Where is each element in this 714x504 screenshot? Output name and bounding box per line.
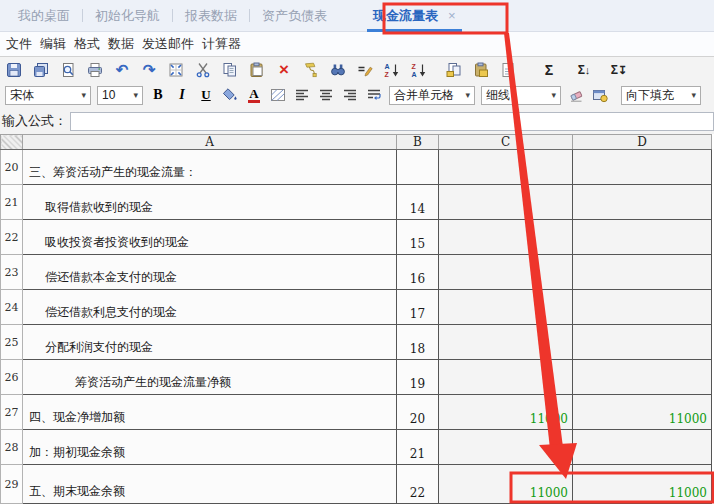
formula-input[interactable]: [70, 112, 714, 131]
row-header-27[interactable]: 27: [1, 395, 23, 430]
redo-icon[interactable]: ↷: [140, 61, 158, 79]
pattern-icon[interactable]: [269, 86, 287, 104]
cell-B22[interactable]: 15: [397, 220, 439, 255]
menu-edit[interactable]: 编辑: [40, 35, 66, 53]
cell-C20[interactable]: [439, 150, 573, 185]
sum-across-icon[interactable]: Σ↧: [610, 61, 628, 79]
cell-A24[interactable]: 偿还借款利息支付的现金: [23, 290, 397, 325]
sort-desc-icon[interactable]: ZA: [410, 61, 428, 79]
paste-icon[interactable]: [248, 61, 266, 79]
notes-icon[interactable]: [499, 61, 517, 79]
find-icon[interactable]: [329, 61, 347, 79]
cell-B23[interactable]: 16: [397, 255, 439, 290]
cell-D22[interactable]: [573, 220, 712, 255]
row-header-23[interactable]: 23: [1, 255, 23, 290]
column-header-B[interactable]: B: [397, 135, 439, 150]
border-style-select[interactable]: 细线 ▾: [481, 86, 561, 105]
align-center-icon[interactable]: [317, 86, 335, 104]
cell-D21[interactable]: [573, 185, 712, 220]
tab-init-navigation[interactable]: 初始化导航: [89, 7, 166, 25]
merge-cells-select[interactable]: 合并单元格 ▾: [389, 86, 475, 105]
column-header-D[interactable]: D: [573, 135, 712, 150]
sort-asc-icon[interactable]: AZ: [383, 61, 401, 79]
cell-B25[interactable]: 18: [397, 325, 439, 360]
cell-D26[interactable]: [573, 360, 712, 395]
row-header-25[interactable]: 25: [1, 325, 23, 360]
formula-edit-icon[interactable]: [356, 61, 374, 79]
cell-A20[interactable]: 三、筹资活动产生的现金流量：: [23, 150, 397, 185]
cell-B24[interactable]: 17: [397, 290, 439, 325]
cell-A21[interactable]: 取得借款收到的现金: [23, 185, 397, 220]
column-header-A[interactable]: A: [23, 135, 397, 150]
row-header-28[interactable]: 28: [1, 430, 23, 465]
cell-A29[interactable]: 五、期末现金余额: [23, 465, 397, 504]
cell-C23[interactable]: [439, 255, 573, 290]
cell-D28[interactable]: [573, 430, 712, 465]
save-all-icon[interactable]: [32, 61, 50, 79]
print-icon[interactable]: [86, 61, 104, 79]
delete-icon[interactable]: ×: [275, 61, 293, 79]
cell-C24[interactable]: [439, 290, 573, 325]
underline-icon[interactable]: U: [197, 86, 215, 104]
fill-direction-select[interactable]: 向下填充 ▾: [621, 86, 701, 105]
menu-send-mail[interactable]: 发送邮件: [142, 35, 194, 53]
row-header-20[interactable]: 20: [1, 150, 23, 185]
row-header-24[interactable]: 24: [1, 290, 23, 325]
paste-special-icon[interactable]: [472, 61, 490, 79]
cell-B27[interactable]: 20: [397, 395, 439, 430]
italic-icon[interactable]: I: [173, 86, 191, 104]
sum-icon[interactable]: Σ: [540, 61, 558, 79]
cell-B28[interactable]: 21: [397, 430, 439, 465]
row-header-22[interactable]: 22: [1, 220, 23, 255]
row-header-21[interactable]: 21: [1, 185, 23, 220]
fill-color-icon[interactable]: [221, 86, 239, 104]
cell-B29[interactable]: 22: [397, 465, 439, 504]
cell-D23[interactable]: [573, 255, 712, 290]
font-family-select[interactable]: 宋体 ▾: [5, 86, 91, 105]
grid-arrows-icon[interactable]: [167, 61, 185, 79]
tab-balance-sheet[interactable]: 资产负债表: [256, 7, 333, 25]
menu-file[interactable]: 文件: [6, 35, 32, 53]
font-size-select[interactable]: 10 ▾: [97, 86, 143, 105]
menu-calculator[interactable]: 计算器: [202, 35, 241, 53]
cell-C25[interactable]: [439, 325, 573, 360]
cut-icon[interactable]: [194, 61, 212, 79]
cell-D25[interactable]: [573, 325, 712, 360]
menu-format[interactable]: 格式: [74, 35, 100, 53]
cell-C26[interactable]: [439, 360, 573, 395]
cell-A25[interactable]: 分配利润支付的现金: [23, 325, 397, 360]
cell-D29[interactable]: 11000: [573, 465, 712, 504]
cell-C29[interactable]: 11000: [439, 465, 573, 504]
save-icon[interactable]: [5, 61, 23, 79]
undo-icon[interactable]: ↶: [113, 61, 131, 79]
row-header-26[interactable]: 26: [1, 360, 23, 395]
cell-properties-icon[interactable]: [591, 86, 609, 104]
align-left-icon[interactable]: [293, 86, 311, 104]
cell-A28[interactable]: 加：期初现金余额: [23, 430, 397, 465]
tab-cash-flow-statement[interactable]: 现金流量表 ×: [367, 0, 462, 32]
cell-C22[interactable]: [439, 220, 573, 255]
cell-B20[interactable]: [397, 150, 439, 185]
bold-icon[interactable]: B: [149, 86, 167, 104]
cell-A22[interactable]: 吸收投资者投资收到的现金: [23, 220, 397, 255]
cell-C21[interactable]: [439, 185, 573, 220]
print-preview-icon[interactable]: [59, 61, 77, 79]
copy-special-icon[interactable]: [445, 61, 463, 79]
cell-A23[interactable]: 偿还借款本金支付的现金: [23, 255, 397, 290]
tab-close-icon[interactable]: ×: [448, 8, 456, 23]
menu-data[interactable]: 数据: [108, 35, 134, 53]
tab-my-desktop[interactable]: 我的桌面: [12, 7, 76, 25]
copy-icon[interactable]: [221, 61, 239, 79]
tab-report-data[interactable]: 报表数据: [179, 7, 243, 25]
wrap-text-icon[interactable]: [365, 86, 383, 104]
align-right-icon[interactable]: [341, 86, 359, 104]
eraser-icon[interactable]: [567, 86, 585, 104]
cell-D27[interactable]: 11000: [573, 395, 712, 430]
cell-C27[interactable]: 11000: [439, 395, 573, 430]
cell-D24[interactable]: [573, 290, 712, 325]
font-color-icon[interactable]: A: [245, 86, 263, 104]
sum-down-icon[interactable]: Σ↓: [575, 61, 593, 79]
cell-B26[interactable]: 19: [397, 360, 439, 395]
cell-D20[interactable]: [573, 150, 712, 185]
cell-A26[interactable]: 筹资活动产生的现金流量净额: [23, 360, 397, 395]
